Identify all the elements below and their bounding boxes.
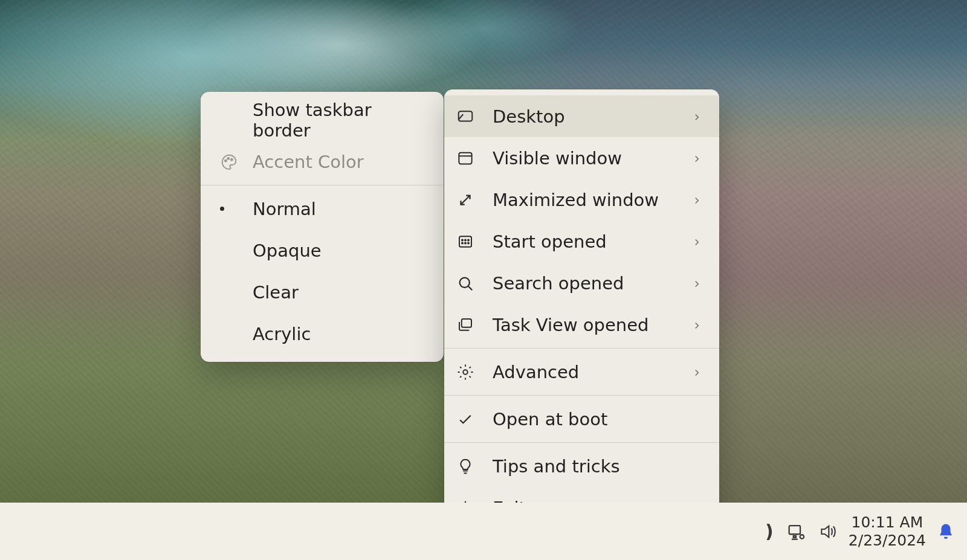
chevron-right-icon (691, 106, 702, 127)
menu-item-accent-color: Accent Color (201, 141, 444, 182)
menu-item-label: Search opened (493, 273, 691, 294)
menu-item-opaque[interactable]: Opaque (201, 230, 444, 271)
menu-item-start-opened[interactable]: Start opened (444, 220, 719, 262)
tray-app-icon[interactable]: ) (765, 521, 774, 542)
menu-item-label: Acrylic (253, 324, 427, 344)
chevron-right-icon (691, 362, 702, 382)
grid-icon (456, 233, 493, 251)
svg-point-0 (225, 159, 227, 161)
menu-item-maximized-window[interactable]: Maximized window (444, 179, 719, 220)
date-label: 2/23/2024 (849, 532, 926, 550)
system-tray: ) (765, 521, 838, 542)
svg-rect-15 (462, 319, 471, 327)
menu-item-label: Start opened (493, 231, 691, 252)
menu-item-label: Visible window (493, 148, 691, 169)
chevron-right-icon (691, 273, 702, 294)
svg-point-9 (468, 239, 469, 240)
chevron-right-icon (691, 231, 702, 252)
svg-point-8 (465, 239, 466, 240)
chevron-right-icon (691, 315, 702, 335)
svg-rect-18 (794, 536, 796, 538)
svg-rect-4 (459, 152, 471, 164)
desktop-icon (456, 108, 493, 126)
svg-point-10 (462, 242, 463, 243)
menu-item-open-at-boot[interactable]: Open at boot (444, 398, 719, 440)
search-icon (456, 274, 493, 292)
menu-item-label: Show taskbar border (253, 100, 427, 141)
expand-icon (456, 191, 493, 209)
notifications-icon[interactable] (937, 523, 955, 541)
volume-icon[interactable] (818, 522, 838, 541)
selected-bullet (220, 207, 224, 211)
bullet-slot (220, 207, 253, 211)
menu-item-desktop[interactable]: Desktop (444, 95, 719, 137)
menu-item-taskview-opened[interactable]: Task View opened (444, 304, 719, 346)
menu-divider (444, 442, 719, 443)
menu-item-acrylic[interactable]: Acrylic (201, 313, 444, 355)
clock[interactable]: 10:11 AM 2/23/2024 (849, 513, 926, 550)
menu-item-label: Tips and tricks (493, 456, 702, 477)
menu-divider (444, 395, 719, 396)
svg-point-7 (462, 239, 463, 240)
menu-item-advanced[interactable]: Advanced (444, 351, 719, 393)
menu-item-search-opened[interactable]: Search opened (444, 262, 719, 304)
menu-divider (444, 348, 719, 349)
menu-item-label: Task View opened (493, 315, 691, 335)
menu-item-normal[interactable]: Normal (201, 188, 444, 230)
chevron-right-icon (691, 148, 702, 169)
palette-icon (220, 153, 253, 171)
svg-point-20 (800, 535, 804, 539)
menu-item-label: Desktop (493, 106, 691, 127)
menu-item-show-taskbar-border[interactable]: Show taskbar border (201, 99, 444, 141)
network-icon[interactable] (786, 521, 806, 542)
chevron-right-icon (691, 190, 702, 210)
check-icon (456, 410, 493, 428)
menu-item-visible-window[interactable]: Visible window (444, 137, 719, 179)
menu-item-label: Accent Color (253, 152, 427, 172)
menu-item-label: Normal (253, 199, 427, 219)
submenu-desktop: Show taskbar border Accent Color Normal … (201, 92, 444, 362)
svg-rect-6 (459, 236, 471, 247)
svg-rect-17 (789, 526, 800, 534)
svg-point-16 (463, 370, 468, 375)
svg-point-2 (231, 158, 233, 160)
menu-item-label: Maximized window (493, 190, 691, 210)
window-icon (456, 149, 493, 167)
svg-line-14 (468, 286, 472, 290)
menu-item-label: Open at boot (493, 409, 702, 430)
taskview-icon (456, 316, 493, 334)
svg-rect-3 (459, 111, 473, 121)
time-label: 10:11 AM (849, 513, 926, 532)
svg-point-12 (468, 242, 469, 243)
menu-divider (201, 185, 444, 185)
taskbar[interactable]: ) 10:11 AM 2/23/2024 (0, 503, 967, 560)
svg-point-1 (227, 157, 229, 159)
bulb-icon (456, 457, 493, 475)
gear-icon (456, 363, 493, 381)
menu-item-label: Advanced (493, 362, 691, 382)
menu-item-clear[interactable]: Clear (201, 271, 444, 313)
menu-item-label: Opaque (253, 240, 427, 261)
context-menu-main: Desktop Visible window Maximized window (444, 89, 719, 535)
menu-item-label: Clear (253, 282, 427, 303)
svg-point-13 (460, 277, 470, 287)
svg-point-11 (465, 242, 466, 243)
menu-item-tips-and-tricks[interactable]: Tips and tricks (444, 445, 719, 487)
